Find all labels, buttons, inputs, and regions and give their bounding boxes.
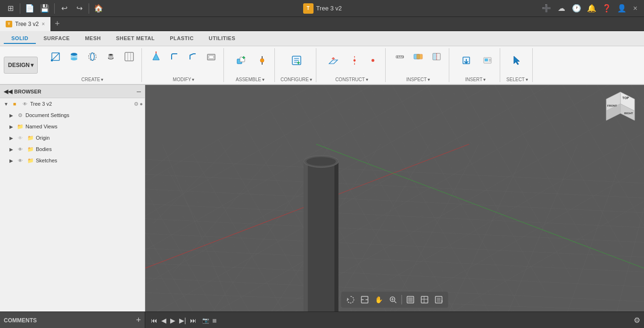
display-mode-btn[interactable] [404, 293, 417, 306]
viewport-canvas[interactable]: TOP RIGHT FRONT ✋ [145, 85, 644, 311]
alerts-button[interactable]: 🔔 [585, 2, 598, 15]
bodies-eye-icon: 👁 [17, 145, 24, 153]
toolbar-right: ➕ ☁ 🕐 🔔 ❓ 👤 × [540, 2, 640, 15]
svg-rect-17 [209, 56, 214, 59]
svg-line-102 [395, 301, 396, 303]
modify-press-pull-btn[interactable] [148, 48, 165, 65]
browser-item-root[interactable]: ▼ ■ 👁 Tree 3 v2 ⚙ ● [0, 98, 145, 109]
origin-folder-icon: 📁 [27, 134, 34, 142]
main-content: ◀◀ BROWSER – ▼ ■ 👁 Tree 3 v2 ⚙ ● ▶ ⚙ Doc… [0, 84, 644, 311]
doc-tab-icon-text: T [8, 22, 10, 26]
create-extrude-btn[interactable] [66, 48, 83, 65]
tab-solid[interactable]: SOLID [4, 34, 36, 44]
doc-tab-close[interactable]: × [41, 21, 45, 27]
look-at-btn[interactable] [358, 293, 372, 306]
doc-tab-label: Tree 3 v2 [15, 21, 39, 27]
toolbar-group-create: CREATE ▾ [43, 48, 142, 82]
view-cube[interactable]: TOP RIGHT FRONT [602, 90, 639, 127]
inspect-interference-btn[interactable] [410, 48, 427, 65]
browser-collapse-btn[interactable]: ◀◀ [4, 88, 12, 95]
save-button[interactable]: 💾 [38, 2, 51, 15]
bodies-arrow: ▶ [9, 147, 15, 152]
home-button[interactable]: 🏠 [92, 2, 105, 15]
doc-tab-active[interactable]: T Tree 3 v2 × [0, 17, 51, 31]
root-vis-icon: 👁 [21, 100, 29, 108]
timeline-marker-1: 📷 [202, 317, 209, 324]
svg-point-22 [260, 59, 264, 62]
grid-display-btn[interactable] [418, 293, 431, 306]
tab-sheet-metal[interactable]: SHEET METAL [108, 34, 162, 44]
timeline-marker-2: ◼ [212, 317, 217, 324]
svg-rect-85 [304, 160, 308, 311]
design-dropdown-button[interactable]: DESIGN ▾ [4, 57, 38, 74]
global-toolbar: ⊞ 📄 💾 ↩ ↪ 🏠 T Tree 3 v2 ➕ ☁ 🕐 🔔 ❓ 👤 × [0, 0, 644, 17]
browser-minimize-btn[interactable]: – [137, 87, 141, 96]
comments-add-btn[interactable]: + [136, 315, 141, 325]
close-window-button[interactable]: × [630, 3, 640, 14]
svg-text:TOP: TOP [622, 96, 629, 100]
create-hole-btn[interactable] [102, 48, 119, 65]
file-menu-button[interactable]: 📄 [23, 2, 36, 15]
zoom-btn[interactable] [387, 293, 400, 306]
view-options-btn[interactable] [432, 293, 446, 306]
activity-button[interactable]: 🕐 [570, 2, 583, 15]
modify-chamfer-btn[interactable] [184, 48, 201, 65]
doc-settings-arrow: ▶ [9, 113, 15, 118]
browser-items-list: ▼ ■ 👁 Tree 3 v2 ⚙ ● ▶ ⚙ Document Setting… [0, 98, 145, 311]
assemble-new-component-btn[interactable] [230, 48, 252, 73]
toolbar-group-select: SELECT ▾ [502, 48, 533, 82]
svg-line-1 [52, 53, 59, 60]
root-arrow: ▼ [4, 101, 9, 107]
construct-point-btn[interactable] [364, 52, 381, 69]
apps-button[interactable]: ⊞ [4, 2, 17, 15]
svg-rect-53 [485, 59, 488, 61]
named-views-folder-icon: 📁 [17, 123, 24, 130]
tab-utilities[interactable]: UTILITIES [201, 34, 243, 44]
settings-gear-btn[interactable]: ⚙ [630, 316, 644, 325]
tab-mesh[interactable]: MESH [77, 34, 108, 44]
browser-item-named-views[interactable]: ▶ 📁 Named Views [0, 121, 145, 132]
browser-item-origin[interactable]: ▶ 👁 📁 Origin [0, 132, 145, 143]
construct-icons [322, 48, 381, 73]
add-doc-tab-button[interactable]: + [51, 19, 64, 29]
svg-point-11 [109, 54, 112, 55]
browser-item-doc-settings[interactable]: ▶ ⚙ Document Settings [0, 109, 145, 121]
prev-btn[interactable]: ◀ [161, 317, 166, 324]
browser-item-sketches[interactable]: ▶ 👁 📁 Sketches [0, 155, 145, 166]
sketches-label: Sketches [36, 158, 143, 163]
configure-btn[interactable] [285, 48, 308, 73]
construct-axis-btn[interactable] [346, 52, 363, 69]
insert-btn[interactable] [455, 48, 478, 73]
tab-surface[interactable]: SURFACE [36, 34, 77, 44]
doc-settings-label: Document Settings [25, 112, 143, 118]
next-btn[interactable]: ▶| [179, 317, 186, 324]
insert-canvas-btn[interactable] [479, 52, 496, 69]
profile-button[interactable]: 👤 [615, 2, 628, 15]
help-button[interactable]: ❓ [600, 2, 613, 15]
title-center: T Tree 3 v2 [107, 3, 538, 14]
svg-rect-106 [408, 297, 413, 302]
assemble-joint-btn[interactable] [254, 52, 271, 69]
add-tab-button[interactable]: ➕ [540, 2, 553, 15]
create-more-btn[interactable] [121, 48, 138, 65]
select-btn[interactable] [506, 48, 528, 73]
tab-plastic[interactable]: PLASTIC [162, 34, 201, 44]
rewind-btn[interactable]: ⏮ [151, 317, 157, 324]
construct-offset-plane-btn[interactable] [322, 48, 345, 73]
toolbar-group-inspect: INSPECT ▾ [388, 48, 449, 82]
pan-btn[interactable]: ✋ [372, 293, 386, 306]
modify-fillet-btn[interactable] [166, 48, 183, 65]
svg-rect-86 [334, 160, 338, 311]
modify-shell-btn[interactable] [203, 48, 220, 65]
inspect-measure-btn[interactable] [391, 48, 408, 65]
end-btn[interactable]: ⏭ [190, 317, 197, 324]
undo-button[interactable]: ↩ [58, 2, 71, 15]
inspect-section-analysis-btn[interactable] [428, 48, 445, 65]
create-revolve-btn[interactable] [84, 48, 101, 65]
play-btn[interactable]: ▶ [170, 317, 175, 324]
redo-button[interactable]: ↪ [73, 2, 86, 15]
create-sketch-btn[interactable] [47, 48, 64, 65]
browser-item-bodies[interactable]: ▶ 👁 📁 Bodies [0, 143, 145, 155]
notifications-button[interactable]: ☁ [555, 2, 568, 15]
orbit-mode-btn[interactable] [344, 293, 357, 306]
